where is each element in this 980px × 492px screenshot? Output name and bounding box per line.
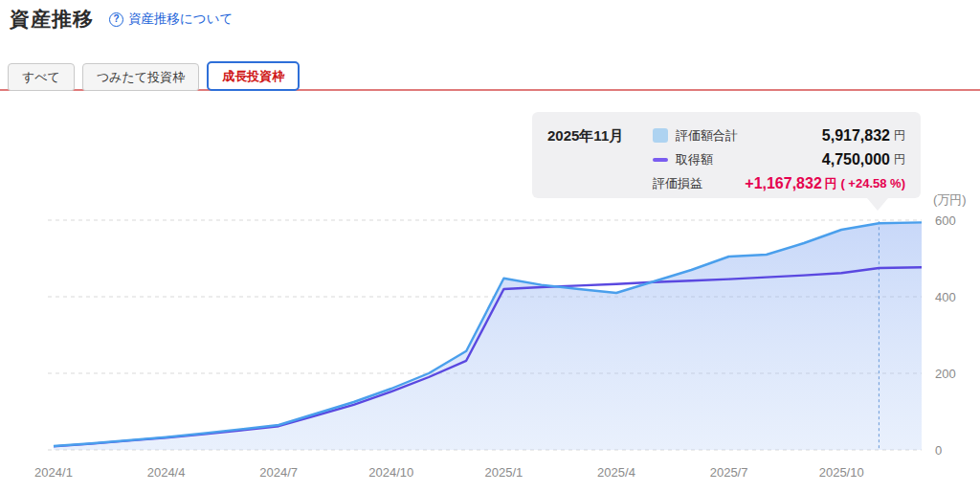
y-tick-label: 0: [935, 443, 942, 458]
chart-tooltip: 2025年11月 評価額合計 5,917,832 円 取得額 4,750,000…: [532, 112, 921, 198]
x-tick-label: 2025/4: [597, 465, 635, 480]
valuation-value: 5,917,832: [822, 127, 890, 145]
x-tick-label: 2024/7: [259, 465, 298, 480]
valuation-label: 評価額合計: [676, 127, 738, 145]
asset-chart-canvas[interactable]: 0200400600(万円)2024/12024/42024/72024/102…: [0, 0, 980, 492]
tab-growth-frame[interactable]: 成長投資枠: [207, 61, 300, 91]
tooltip-valuation-row: 評価額合計 5,917,832 円: [653, 124, 905, 146]
pl-label: 評価損益: [653, 175, 702, 192]
x-tick-label: 2024/1: [34, 465, 73, 480]
x-tick-label: 2024/10: [368, 465, 413, 480]
x-tick-label: 2025/10: [819, 465, 864, 480]
valuation-swatch-icon: [653, 128, 668, 143]
x-tick-label: 2025/1: [485, 465, 523, 480]
y-tick-label: 200: [935, 367, 956, 381]
valuation-area: [54, 222, 922, 450]
y-tick-label: 600: [935, 213, 956, 228]
cost-label: 取得額: [676, 151, 713, 168]
cost-unit: 円: [894, 151, 905, 168]
pl-value: +1,167,832: [745, 175, 822, 192]
asset-transition-page: 資産推移 ? 資産推移について すべて つみたて投資枠 成長投資枠 020040…: [0, 0, 980, 492]
tooltip-cost-row: 取得額 4,750,000 円: [653, 148, 905, 170]
x-tick-label: 2025/7: [710, 465, 748, 480]
y-tick-label: 400: [935, 290, 956, 304]
cost-value: 4,750,000: [822, 151, 890, 168]
asset-chart[interactable]: 0200400600(万円)2024/12024/42024/72024/102…: [0, 0, 980, 492]
tooltip-pl-row: 評価損益 +1,167,832 円 ( +24.58 %): [653, 172, 905, 194]
x-tick-label: 2024/4: [147, 465, 186, 480]
cost-swatch-icon: [653, 158, 668, 162]
tooltip-date: 2025年11月: [547, 124, 643, 198]
valuation-unit: 円: [894, 127, 905, 144]
y-axis-unit-label: (万円): [933, 192, 967, 207]
tooltip-rows: 評価額合計 5,917,832 円 取得額 4,750,000 円 評価損益 +…: [653, 124, 905, 198]
pl-suffix: 円 ( +24.58 %): [825, 175, 905, 192]
